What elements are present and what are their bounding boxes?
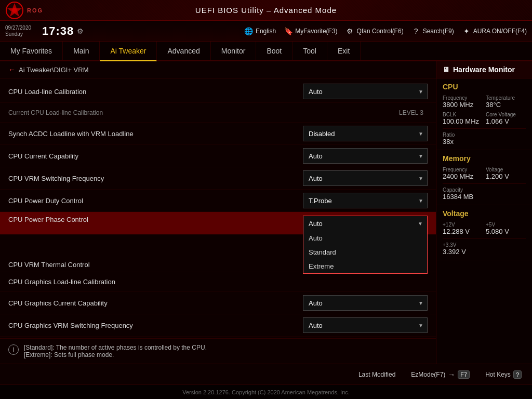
back-arrow-icon[interactable]: ← — [8, 65, 16, 74]
aura-label: AURA ON/OFF(F4) — [473, 28, 527, 35]
hw-cpu-corevolt-value: 1.066 V — [486, 117, 526, 125]
globe-icon: 🌐 — [245, 27, 253, 35]
svg-point-2 — [12, 8, 17, 13]
hw-mem-capacity: Capacity 16384 MB — [443, 187, 526, 201]
current-cpu-value: LEVEL 3 — [399, 109, 423, 116]
cpu-graphics-current-dropdown[interactable]: Auto ▼ — [303, 295, 428, 311]
arrow-right-icon: → — [448, 370, 455, 379]
nav-ai-tweaker[interactable]: Ai Tweaker — [100, 42, 157, 61]
dropdown-option-standard[interactable]: Standard — [303, 245, 427, 259]
hw-cpu-bclk-value: 100.00 MHz — [443, 117, 483, 125]
cpu-graphics-current-label: CPU Graphics Current Capability — [8, 299, 303, 307]
hw-cpu-freq-label: Frequency — [443, 95, 483, 101]
nav-my-favorites[interactable]: My Favorites — [0, 42, 63, 60]
header-title: UEFI BIOS Utility – Advanced Mode — [195, 6, 337, 15]
bookmark-icon: 🔖 — [284, 27, 292, 35]
hw-33v: +3.3V 3.392 V — [443, 242, 526, 256]
info-text-line1: [Standard]: The number of active phases … — [24, 344, 207, 351]
hw-12v: +12V 12.288 V — [443, 222, 483, 235]
cpu-power-duty-dropdown[interactable]: T.Probe ▼ — [303, 193, 428, 208]
hw-12v-label: +12V — [443, 222, 483, 228]
cpu-graphics-load-label: CPU Graphics Load-line Calibration — [8, 278, 428, 286]
cpu-load-line-cal-select[interactable]: Auto — [303, 84, 428, 99]
dropdown-option-extreme[interactable]: Extreme — [303, 259, 427, 273]
cpu-power-duty-select[interactable]: T.Probe — [303, 193, 428, 208]
hw-divider — [443, 238, 526, 239]
aura-btn[interactable]: ✦ AURA ON/OFF(F4) — [462, 27, 527, 35]
header: ROG UEFI BIOS Utility – Advanced Mode — [0, 0, 532, 21]
fan-icon: ⚙ — [346, 27, 354, 35]
synch-acdc-dropdown[interactable]: Disabled ▼ — [303, 126, 428, 141]
cpu-current-cap-label: CPU Current Capability — [8, 152, 303, 160]
hw-mem-freq-label: Frequency — [443, 167, 483, 172]
last-modified-label: Last Modified — [358, 371, 395, 378]
nav-boot[interactable]: Boot — [256, 42, 292, 60]
qfan-control-btn[interactable]: ⚙ Qfan Control(F6) — [346, 27, 404, 35]
ezmode-btn[interactable]: EzMode(F7) → F7 — [411, 370, 470, 379]
info-box: i [Standard]: The number of active phase… — [0, 338, 436, 364]
info-icon: i — [8, 344, 19, 355]
hw-12v-value: 12.288 V — [443, 228, 483, 235]
aura-icon: ✦ — [462, 27, 471, 35]
setting-row: CPU Graphics VRM Switching Frequency Aut… — [0, 314, 436, 337]
breadcrumb-text: Ai Tweaker\DIGI+ VRM — [19, 66, 89, 74]
hw-mem-volt-value: 1.200 V — [486, 172, 526, 180]
hw-cpu-section: CPU Frequency 3800 MHz Temperature 38°C … — [436, 78, 532, 150]
cpu-vrm-switching-dropdown[interactable]: Auto ▼ — [303, 170, 428, 186]
cpu-graphics-vrm-select[interactable]: Auto — [303, 317, 428, 333]
settings-icon[interactable]: ⚙ — [77, 27, 84, 35]
setting-row: CPU Graphics Load-line Calibration — [0, 272, 436, 292]
hw-voltage-section: Voltage +12V 12.288 V +5V 5.080 V +3.3V … — [436, 205, 532, 260]
cpu-current-cap-dropdown[interactable]: Auto ▼ — [303, 148, 428, 164]
cpu-power-phase-options-list: Auto Standard Extreme — [303, 231, 428, 274]
hw-cpu-corevolt-label: Core Voltage — [486, 112, 526, 117]
cpu-vrm-switching-select[interactable]: Auto — [303, 170, 428, 186]
hw-cpu-bclk: BCLK 100.00 MHz — [443, 112, 483, 125]
main-layout: ← Ai Tweaker\DIGI+ VRM CPU Load-line Cal… — [0, 61, 532, 364]
nav-advanced[interactable]: Advanced — [157, 42, 210, 60]
cpu-current-cap-select[interactable]: Auto — [303, 148, 428, 164]
hw-cpu-ratio-value: 38x — [443, 138, 526, 145]
cpu-power-phase-header[interactable]: Auto ▼ — [303, 216, 428, 231]
current-cpu-label: Current CPU Load-line Calibration — [8, 109, 399, 116]
nav-exit[interactable]: Exit — [327, 42, 361, 60]
cpu-power-phase-selected: Auto — [309, 220, 323, 228]
search-icon: ? — [412, 27, 420, 35]
date-text: 09/27/2020 — [5, 25, 39, 31]
nav-monitor[interactable]: Monitor — [211, 42, 257, 60]
hw-5v-value: 5.080 V — [486, 228, 526, 235]
ezmode-label: EzMode(F7) — [411, 371, 445, 378]
cpu-power-duty-label: CPU Power Duty Control — [8, 197, 303, 205]
qfan-label: Qfan Control(F6) — [357, 28, 404, 35]
rog-logo-icon — [5, 1, 24, 20]
my-favorite-btn[interactable]: 🔖 MyFavorite(F3) — [284, 27, 337, 35]
info-text: [Standard]: The number of active phases … — [24, 344, 207, 358]
synch-acdc-select[interactable]: Disabled — [303, 126, 428, 141]
hw-mem-freq-value: 2400 MHz — [443, 172, 483, 180]
hw-divider — [443, 128, 526, 129]
hw-mem-volt-label: Voltage — [486, 167, 526, 172]
cpu-graphics-vrm-dropdown[interactable]: Auto ▼ — [303, 317, 428, 333]
version-text: Version 2.20.1276. Copyright (C) 2020 Am… — [182, 389, 350, 395]
search-btn[interactable]: ? Search(F9) — [412, 27, 454, 35]
cpu-vrm-switching-label: CPU VRM Switching Frequency — [8, 175, 303, 182]
my-favorite-label: MyFavorite(F3) — [295, 28, 337, 35]
dropdown-option-auto[interactable]: Auto — [303, 231, 427, 245]
toolbar: 09/27/2020 Sunday 17:38 ⚙ 🌐 English 🔖 My… — [0, 21, 532, 42]
day-text: Sunday — [5, 31, 39, 37]
language-selector[interactable]: 🌐 English — [245, 27, 276, 35]
cpu-graphics-current-select[interactable]: Auto — [303, 295, 428, 311]
cpu-power-phase-dropdown[interactable]: Auto ▼ Auto Standard Extreme — [303, 216, 428, 231]
nav-main[interactable]: Main — [63, 42, 100, 60]
hotkeys-btn[interactable]: Hot Keys ? — [485, 370, 522, 379]
hw-monitor-title: 🖥 Hardware Monitor — [436, 61, 532, 78]
last-modified-btn[interactable]: Last Modified — [358, 371, 395, 378]
breadcrumb: ← Ai Tweaker\DIGI+ VRM — [0, 61, 436, 78]
cpu-power-phase-label: CPU Power Phase Control — [8, 216, 303, 223]
hw-cpu-frequency: Frequency 3800 MHz — [443, 95, 483, 109]
hw-cpu-temperature: Temperature 38°C — [486, 95, 526, 109]
toolbar-left: 09/27/2020 Sunday 17:38 ⚙ — [5, 24, 84, 38]
cpu-load-line-cal-dropdown[interactable]: Auto ▼ — [303, 84, 428, 99]
nav-tool[interactable]: Tool — [292, 42, 327, 60]
setting-row: CPU Load-line Calibration Auto ▼ — [0, 81, 436, 103]
